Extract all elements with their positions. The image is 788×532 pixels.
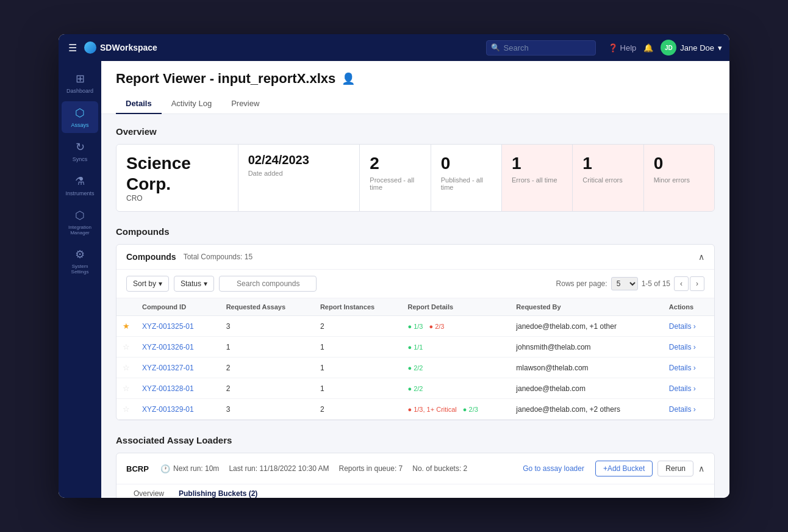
requested-assays-cell: 2 [220,378,314,399]
notifications-button[interactable]: 🔔 [643,43,653,52]
star-icon[interactable]: ☆ [123,384,130,393]
sidebar-item-label: Dashboard [66,88,93,94]
details-link[interactable]: Details [669,405,692,414]
add-bucket-button[interactable]: +Add Bucket [595,461,653,476]
overview-card-errors: 1 Errors - all time [502,145,573,211]
search-input[interactable] [486,40,596,56]
user-menu[interactable]: JD Jane Doe ▾ [661,40,722,56]
chevron-down-icon: ▾ [718,43,722,52]
assay-loader-name: BCRP [126,464,151,473]
pagination-next-button[interactable]: › [690,276,704,291]
compounds-search-input[interactable] [219,276,317,292]
go-to-assay-loader-button[interactable]: Go to assay loader [517,461,590,476]
buckets-info: No. of buckets: 2 [412,464,467,473]
actions-cell: Details › [663,337,714,358]
last-run-text: Last run: 11/18/2022 10:30 AM [229,464,329,473]
integration-icon: ⬡ [75,209,85,222]
assay-loader-actions: Go to assay loader +Add Bucket Rerun ∧ [517,461,704,476]
compound-id-link[interactable]: XYZ-001326-01 [142,343,194,351]
compound-id-link[interactable]: XYZ-001328-01 [142,384,194,393]
sidebar-item-assays[interactable]: ⬡ Assays [62,101,98,133]
date-value: 02/24/2023 [248,153,350,167]
requested-assays-cell: 3 [220,316,314,337]
star-icon[interactable]: ☆ [123,342,130,351]
requested-assays-cell: 3 [220,399,314,420]
details-link[interactable]: Details [669,364,692,372]
rows-per-page-select[interactable]: 5 10 25 [611,277,638,290]
status-label: Status [181,279,201,288]
search-bar[interactable]: 🔍 [486,40,596,56]
arrow-icon: › [693,343,696,351]
star-icon[interactable]: ★ [123,322,130,331]
assay-collapse-icon[interactable]: ∧ [698,464,704,473]
details-link[interactable]: Details [669,343,692,351]
col-report-details: Report Details [401,298,510,316]
requested-assays-cell: 2 [220,358,314,378]
main-content: Report Viewer - input_reportX.xlxs 👤 Det… [101,61,729,498]
compound-id-cell: XYZ-001327-01 [136,358,220,378]
compounds-collapse-icon[interactable]: ∧ [698,252,704,262]
compound-id-link[interactable]: XYZ-001329-01 [142,405,194,414]
menu-icon[interactable]: ☰ [66,40,79,56]
sidebar-item-label: Assays [71,122,88,128]
minor-label: Minor errors [654,176,704,184]
company-name: Science Corp. [126,153,228,194]
requested-by-cell: janedoe@thelab.com, +1 other [510,316,663,337]
star-cell: ☆ [116,378,136,399]
clock-icon: 🕐 [160,464,170,473]
star-icon[interactable]: ☆ [123,404,130,414]
report-details-cell: ● 1/3 ● 2/3 [401,316,510,337]
compounds-toolbar: Sort by ▾ Status ▾ 🔍 Rows per page: [116,270,714,298]
compounds-search-wrap: 🔍 [219,276,317,292]
app-name: SDWorkspace [100,43,157,52]
app-logo: SDWorkspace [84,41,157,54]
sub-tab-overview[interactable]: Overview [126,484,171,498]
sidebar-item-dashboard[interactable]: ⊞ Dashboard [62,67,98,99]
reports-queue-info: Reports in queue: 7 [339,464,403,473]
compounds-table: Compound ID Requested Assays Report Inst… [116,298,714,420]
sidebar: ⊞ Dashboard ⬡ Assays ↻ Syncs ⚗ Instrumen… [59,61,101,498]
sidebar-item-syncs[interactable]: ↻ Syncs [62,135,98,167]
green-badge: ● 2/2 [407,364,423,372]
tab-activity-log[interactable]: Activity Log [162,94,221,114]
requested-assays-cell: 1 [220,337,314,358]
overview-card-company: Science Corp. CRO [116,145,238,211]
minor-value: 0 [654,153,704,174]
col-requested-assays: Requested Assays [220,298,314,316]
sub-tab-publishing-buckets[interactable]: Publishing Buckets (2) [171,484,265,498]
rerun-button[interactable]: Rerun [657,461,693,476]
logo-icon [84,41,96,54]
syncs-icon: ↻ [76,140,85,154]
arrow-icon: › [693,364,696,372]
compounds-section: Compounds Total Compounds: 15 ∧ Sort by … [116,244,715,420]
sidebar-item-instruments[interactable]: ⚗ Instruments [62,170,98,201]
tab-details[interactable]: Details [116,94,162,114]
settings-icon: ⚙ [75,248,85,261]
share-icon[interactable]: 👤 [342,72,355,85]
actions-cell: Details › [663,378,714,399]
green-badge: ● 1/3 [407,323,423,330]
help-button[interactable]: ❓ Help [608,43,637,52]
assay-section: BCRP 🕐 Next run: 10m Last run: 11/18/202… [116,453,715,498]
star-icon[interactable]: ☆ [123,363,130,372]
report-details-cell: ● 1/3, 1+ Critical ● 2/3 [401,399,510,420]
sort-by-button[interactable]: Sort by ▾ [126,276,169,292]
processed-label: Processed - all time [370,176,420,191]
green-badge: ● 1/1 [407,343,423,351]
avatar: JD [661,40,676,56]
overview-cards: Science Corp. CRO 02/24/2023 Date added … [116,144,715,212]
tab-preview[interactable]: Preview [221,94,269,114]
assay-sub-tabs: Overview Publishing Buckets (2) [116,484,714,498]
sidebar-item-system-settings[interactable]: ⚙ System Settings [62,243,98,279]
details-link[interactable]: Details [669,322,692,331]
pagination-prev-button[interactable]: ‹ [674,276,689,291]
sidebar-item-integration-manager[interactable]: ⬡ Integration Manager [62,204,98,240]
overview-card-date: 02/24/2023 Date added [238,145,360,211]
compound-id-link[interactable]: XYZ-001325-01 [142,322,194,331]
assays-icon: ⬡ [75,106,85,120]
status-filter-button[interactable]: Status ▾ [174,276,214,292]
green-badge: ● 2/2 [407,385,423,392]
col-compound-id: Compound ID [136,298,220,316]
details-link[interactable]: Details [669,384,692,393]
compound-id-link[interactable]: XYZ-001327-01 [142,364,194,372]
